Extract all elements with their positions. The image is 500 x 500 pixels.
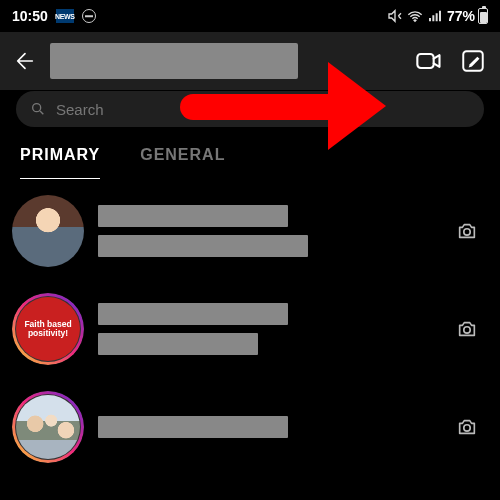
svg-point-4 — [464, 327, 470, 333]
list-item[interactable] — [12, 195, 490, 267]
search-input[interactable]: Search — [16, 91, 484, 127]
svg-rect-0 — [417, 54, 433, 68]
wifi-icon — [407, 8, 423, 24]
avatar-image — [16, 395, 80, 459]
message-preview-redacted — [98, 333, 258, 355]
compose-button[interactable] — [456, 44, 490, 78]
avatar[interactable] — [12, 391, 84, 463]
username-redacted — [98, 205, 288, 227]
conversation-list: Faith based positivity! — [0, 179, 500, 463]
top-bar — [0, 32, 500, 90]
list-item[interactable] — [12, 391, 490, 463]
avatar-text: Faith based positivity! — [16, 297, 80, 361]
message-preview-redacted — [98, 235, 308, 257]
username-redacted — [98, 303, 288, 325]
tab-primary[interactable]: PRIMARY — [20, 146, 100, 179]
svg-point-3 — [464, 229, 470, 235]
svg-point-2 — [33, 104, 41, 112]
search-row: Search — [0, 90, 500, 128]
search-icon — [30, 101, 46, 117]
camera-button[interactable] — [450, 312, 484, 346]
list-item[interactable]: Faith based positivity! — [12, 293, 490, 365]
camera-button[interactable] — [450, 410, 484, 444]
mute-icon — [387, 8, 403, 24]
status-bar: 10:50 NEWS 77% — [0, 0, 500, 32]
battery-percent: 77% — [447, 8, 475, 24]
back-button[interactable] — [10, 46, 40, 76]
status-time: 10:50 — [12, 8, 48, 24]
username-redacted — [98, 416, 288, 438]
battery-icon — [478, 8, 488, 24]
camera-button[interactable] — [450, 214, 484, 248]
svg-point-5 — [464, 425, 470, 431]
news-badge-icon: NEWS — [56, 9, 74, 23]
battery-indicator: 77% — [447, 8, 488, 24]
account-title-redacted[interactable] — [50, 43, 298, 79]
avatar[interactable] — [12, 195, 84, 267]
tabs: PRIMARY GENERAL — [0, 128, 500, 179]
signal-icon — [427, 8, 443, 24]
video-call-button[interactable] — [412, 44, 446, 78]
avatar[interactable]: Faith based positivity! — [12, 293, 84, 365]
search-placeholder: Search — [56, 101, 104, 118]
dnd-icon — [82, 9, 96, 23]
tab-general[interactable]: GENERAL — [140, 146, 225, 179]
